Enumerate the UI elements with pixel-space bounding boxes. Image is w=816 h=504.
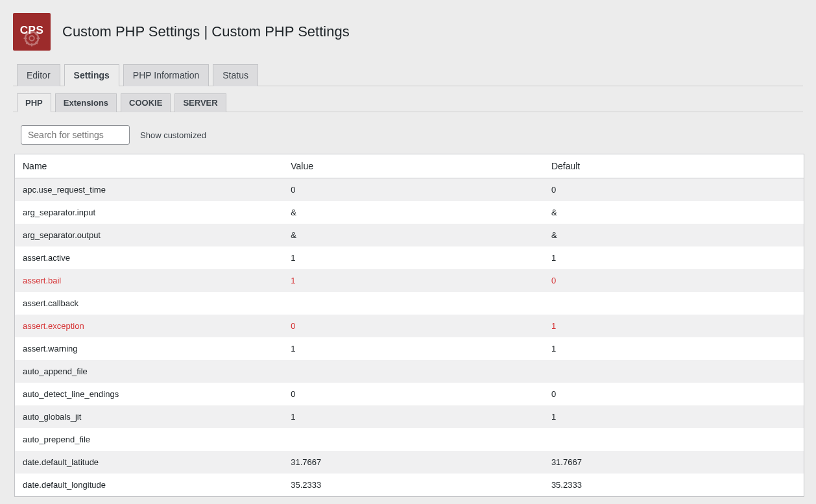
cell-name: arg_separator.output <box>15 224 283 246</box>
table-row[interactable]: date.default_latitude31.766731.7667 <box>15 451 804 474</box>
page-title: Custom PHP Settings | Custom PHP Setting… <box>62 23 350 40</box>
cell-default <box>544 292 804 315</box>
cell-default: 31.7667 <box>544 451 804 474</box>
show-customized-link[interactable]: Show customized <box>140 130 206 140</box>
cell-value: 1 <box>283 405 544 428</box>
cell-default: 1 <box>544 315 804 337</box>
cell-default: 0 <box>544 269 804 292</box>
tab-settings[interactable]: Settings <box>64 64 119 86</box>
app-logo: CPS <box>13 13 51 51</box>
tab-editor[interactable]: Editor <box>17 64 60 86</box>
table-row[interactable]: assert.bail10 <box>15 269 804 292</box>
tab-php-information[interactable]: PHP Information <box>123 64 209 86</box>
table-row[interactable]: auto_append_file <box>15 360 804 383</box>
cell-name: apc.use_request_time <box>15 178 283 202</box>
cell-value: 1 <box>283 337 544 360</box>
cell-name: assert.warning <box>15 337 283 360</box>
cell-value: & <box>283 201 544 224</box>
tab-status[interactable]: Status <box>213 64 258 86</box>
cell-default: & <box>544 201 804 224</box>
cell-default: 1 <box>544 246 804 269</box>
table-row[interactable]: arg_separator.input&& <box>15 201 804 224</box>
search-input[interactable] <box>21 125 130 145</box>
cell-value: & <box>283 224 544 246</box>
cell-value: 1 <box>283 269 544 292</box>
subtab-cookie[interactable]: COOKIE <box>121 93 171 112</box>
cell-value <box>283 428 544 451</box>
cell-default: 35.2333 <box>544 474 804 497</box>
table-row[interactable]: assert.warning11 <box>15 337 804 360</box>
table-row[interactable]: apc.use_request_time00 <box>15 178 804 202</box>
settings-table: Name Value Default apc.use_request_time0… <box>14 154 804 497</box>
table-header-row: Name Value Default <box>15 154 804 178</box>
subtab-server[interactable]: SERVER <box>174 93 226 112</box>
page-header: CPS Custom PHP Settings | Custom PHP Set… <box>13 13 803 51</box>
cell-name: auto_append_file <box>15 360 283 383</box>
cell-default <box>544 428 804 451</box>
cell-default <box>544 360 804 383</box>
cell-value: 0 <box>283 315 544 337</box>
cell-name: assert.exception <box>15 315 283 337</box>
toolbar: Show customized <box>21 125 803 145</box>
table-row[interactable]: auto_globals_jit11 <box>15 405 804 428</box>
subtab-php[interactable]: PHP <box>17 93 51 112</box>
cell-value: 0 <box>283 383 544 405</box>
cell-default: 1 <box>544 337 804 360</box>
cell-value <box>283 360 544 383</box>
table-row[interactable]: assert.exception01 <box>15 315 804 337</box>
table-row[interactable]: auto_detect_line_endings00 <box>15 383 804 405</box>
tabs-secondary: PHPExtensionsCOOKIESERVER <box>13 93 803 112</box>
cell-name: auto_globals_jit <box>15 405 283 428</box>
cell-name: assert.callback <box>15 292 283 315</box>
cell-value: 0 <box>283 178 544 202</box>
table-row[interactable]: auto_prepend_file <box>15 428 804 451</box>
cell-name: arg_separator.input <box>15 201 283 224</box>
cell-default: 0 <box>544 178 804 202</box>
svg-point-1 <box>29 36 34 41</box>
cell-value: 1 <box>283 246 544 269</box>
gear-icon <box>22 29 42 48</box>
table-row[interactable]: arg_separator.output&& <box>15 224 804 246</box>
table-row[interactable]: assert.active11 <box>15 246 804 269</box>
cell-name: date.default_longitude <box>15 474 283 497</box>
col-header-value[interactable]: Value <box>283 154 544 178</box>
subtab-extensions[interactable]: Extensions <box>55 93 117 112</box>
cell-value: 35.2333 <box>283 474 544 497</box>
cell-default: 0 <box>544 383 804 405</box>
cell-value <box>283 292 544 315</box>
tabs-primary: EditorSettingsPHP InformationStatus <box>13 64 803 86</box>
cell-name: auto_detect_line_endings <box>15 383 283 405</box>
table-row[interactable]: assert.callback <box>15 292 804 315</box>
col-header-name[interactable]: Name <box>15 154 283 178</box>
cell-value: 31.7667 <box>283 451 544 474</box>
cell-name: assert.active <box>15 246 283 269</box>
cell-name: assert.bail <box>15 269 283 292</box>
table-row[interactable]: date.default_longitude35.233335.2333 <box>15 474 804 497</box>
cell-default: & <box>544 224 804 246</box>
cell-name: auto_prepend_file <box>15 428 283 451</box>
col-header-default[interactable]: Default <box>544 154 804 178</box>
cell-name: date.default_latitude <box>15 451 283 474</box>
cell-default: 1 <box>544 405 804 428</box>
